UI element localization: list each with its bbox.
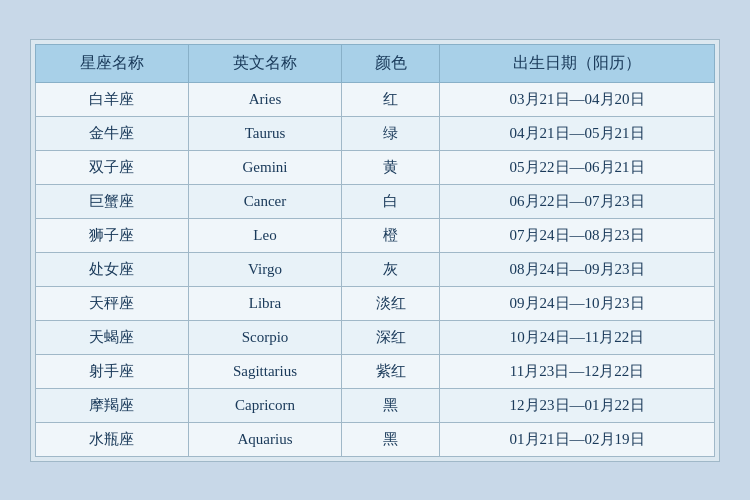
table-row: 天蝎座Scorpio深红10月24日—11月22日 — [36, 320, 715, 354]
cell-chinese-name: 天秤座 — [36, 286, 189, 320]
cell-english-name: Scorpio — [188, 320, 341, 354]
cell-english-name: Leo — [188, 218, 341, 252]
cell-color: 红 — [342, 82, 440, 116]
cell-chinese-name: 射手座 — [36, 354, 189, 388]
cell-color: 紫红 — [342, 354, 440, 388]
col-header-chinese: 星座名称 — [36, 44, 189, 82]
cell-english-name: Virgo — [188, 252, 341, 286]
table-row: 金牛座Taurus绿04月21日—05月21日 — [36, 116, 715, 150]
cell-color: 白 — [342, 184, 440, 218]
col-header-english: 英文名称 — [188, 44, 341, 82]
cell-date-range: 01月21日—02月19日 — [440, 422, 715, 456]
table-row: 处女座Virgo灰08月24日—09月23日 — [36, 252, 715, 286]
cell-english-name: Aquarius — [188, 422, 341, 456]
cell-color: 淡红 — [342, 286, 440, 320]
cell-chinese-name: 双子座 — [36, 150, 189, 184]
cell-english-name: Taurus — [188, 116, 341, 150]
col-header-color: 颜色 — [342, 44, 440, 82]
cell-date-range: 07月24日—08月23日 — [440, 218, 715, 252]
cell-english-name: Sagittarius — [188, 354, 341, 388]
cell-date-range: 05月22日—06月21日 — [440, 150, 715, 184]
cell-chinese-name: 摩羯座 — [36, 388, 189, 422]
cell-english-name: Gemini — [188, 150, 341, 184]
table-row: 巨蟹座Cancer白06月22日—07月23日 — [36, 184, 715, 218]
cell-color: 黑 — [342, 422, 440, 456]
cell-date-range: 03月21日—04月20日 — [440, 82, 715, 116]
col-header-date: 出生日期（阳历） — [440, 44, 715, 82]
cell-chinese-name: 狮子座 — [36, 218, 189, 252]
cell-chinese-name: 巨蟹座 — [36, 184, 189, 218]
cell-english-name: Libra — [188, 286, 341, 320]
cell-chinese-name: 处女座 — [36, 252, 189, 286]
cell-chinese-name: 天蝎座 — [36, 320, 189, 354]
table-row: 白羊座Aries红03月21日—04月20日 — [36, 82, 715, 116]
cell-date-range: 08月24日—09月23日 — [440, 252, 715, 286]
cell-english-name: Capricorn — [188, 388, 341, 422]
table-row: 狮子座Leo橙07月24日—08月23日 — [36, 218, 715, 252]
table-row: 摩羯座Capricorn黑12月23日—01月22日 — [36, 388, 715, 422]
cell-date-range: 09月24日—10月23日 — [440, 286, 715, 320]
zodiac-table-container: 星座名称 英文名称 颜色 出生日期（阳历） 白羊座Aries红03月21日—04… — [30, 39, 720, 462]
cell-date-range: 12月23日—01月22日 — [440, 388, 715, 422]
cell-chinese-name: 白羊座 — [36, 82, 189, 116]
table-row: 天秤座Libra淡红09月24日—10月23日 — [36, 286, 715, 320]
zodiac-table: 星座名称 英文名称 颜色 出生日期（阳历） 白羊座Aries红03月21日—04… — [35, 44, 715, 457]
cell-english-name: Aries — [188, 82, 341, 116]
cell-color: 深红 — [342, 320, 440, 354]
cell-english-name: Cancer — [188, 184, 341, 218]
cell-color: 黑 — [342, 388, 440, 422]
table-row: 双子座Gemini黄05月22日—06月21日 — [36, 150, 715, 184]
cell-chinese-name: 金牛座 — [36, 116, 189, 150]
cell-chinese-name: 水瓶座 — [36, 422, 189, 456]
cell-date-range: 11月23日—12月22日 — [440, 354, 715, 388]
table-row: 射手座Sagittarius紫红11月23日—12月22日 — [36, 354, 715, 388]
cell-color: 绿 — [342, 116, 440, 150]
table-header-row: 星座名称 英文名称 颜色 出生日期（阳历） — [36, 44, 715, 82]
cell-color: 黄 — [342, 150, 440, 184]
cell-date-range: 06月22日—07月23日 — [440, 184, 715, 218]
cell-date-range: 04月21日—05月21日 — [440, 116, 715, 150]
cell-color: 橙 — [342, 218, 440, 252]
table-row: 水瓶座Aquarius黑01月21日—02月19日 — [36, 422, 715, 456]
cell-date-range: 10月24日—11月22日 — [440, 320, 715, 354]
cell-color: 灰 — [342, 252, 440, 286]
